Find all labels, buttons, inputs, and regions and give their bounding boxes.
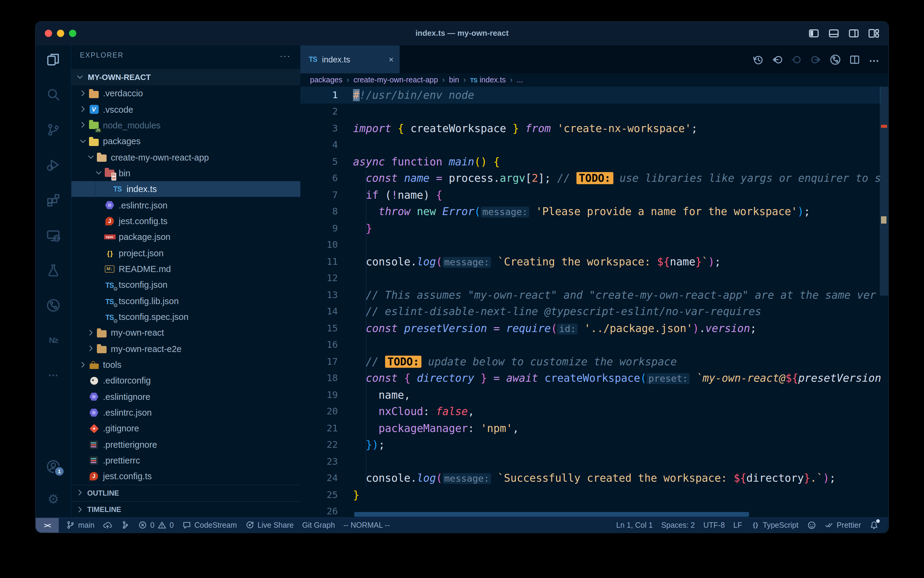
tab-close-icon[interactable]: × (389, 55, 393, 64)
status-cursor-position[interactable]: Ln 1, Col 1 (616, 521, 653, 529)
line-number[interactable]: 2 (300, 106, 338, 117)
open-changes-icon[interactable] (772, 54, 783, 65)
status-language-mode[interactable]: { }TypeScript (751, 521, 798, 530)
code-line[interactable]: 8 throw new Error(message: 'Please provi… (300, 203, 881, 220)
code-line[interactable]: 18 const { directory } = await createWor… (300, 370, 881, 386)
split-editor-icon[interactable] (849, 54, 861, 65)
settings-icon[interactable]: ⚙ (46, 492, 61, 506)
tree-item--editorconfig[interactable]: .editorconfig (71, 373, 300, 389)
gitlens-graph-icon[interactable] (830, 54, 841, 65)
tree-item-jest-config-ts[interactable]: Jjest.config.ts (71, 213, 300, 229)
code-line[interactable]: 17 // TODO: update below to customize th… (300, 353, 881, 370)
customize-layout-icon[interactable] (868, 27, 880, 39)
status-git-graph[interactable]: Git Graph (302, 521, 335, 529)
code-line[interactable]: 6 const name = process.argv[2]; // TODO:… (300, 170, 881, 187)
code-line[interactable]: 21 packageManager: 'npm', (300, 420, 881, 437)
accounts-icon[interactable]: 1 (46, 459, 61, 474)
code-line[interactable]: 19 name, (300, 386, 881, 403)
tree-item--gitignore[interactable]: .gitignore (71, 421, 300, 437)
tree-item--prettierignore[interactable]: .prettierignore (71, 437, 300, 453)
code-line[interactable]: 15 const presetVersion = require(id: '..… (300, 320, 881, 336)
tree-item--eslintrc-json[interactable]: .eslintrc.json (71, 405, 300, 421)
toggle-panel-icon[interactable] (828, 27, 840, 39)
status-eol[interactable]: LF (733, 521, 742, 529)
vertical-scrollbar[interactable] (879, 87, 888, 517)
line-number[interactable]: 26 (300, 506, 338, 517)
tree-item-index-ts[interactable]: TSindex.ts (71, 181, 300, 197)
line-number[interactable]: 15 (300, 323, 338, 334)
nx-console-icon[interactable]: N≥ (46, 333, 61, 348)
status-indentation[interactable]: Spaces: 2 (661, 521, 695, 529)
line-number[interactable]: 5 (300, 156, 338, 167)
code-line[interactable]: 1#!/usr/bin/env node (300, 87, 881, 103)
breadcrumb-item[interactable]: ... (517, 76, 523, 84)
code-line[interactable]: 3import { createWorkspace } from 'create… (300, 120, 881, 136)
line-number[interactable]: 25 (300, 490, 338, 500)
line-number[interactable]: 10 (300, 240, 338, 250)
code-line[interactable]: 22 }); (300, 437, 881, 453)
tree-item-my-own-react[interactable]: my-own-react (71, 325, 300, 341)
status-problems[interactable]: 00 (138, 521, 174, 530)
line-number[interactable]: 14 (300, 306, 338, 317)
breadcrumb-item[interactable]: TSindex.ts (470, 76, 506, 84)
line-number[interactable]: 13 (300, 290, 338, 300)
status-commit-graph[interactable] (120, 521, 129, 530)
status-github[interactable] (807, 521, 816, 530)
sidebar-more-actions[interactable]: ··· (280, 50, 291, 60)
tree-item-package-json[interactable]: npmpackage.json (71, 229, 300, 245)
run-and-debug-icon[interactable] (46, 157, 61, 172)
tree-item-tsconfig-json[interactable]: TS⚙tsconfig.json (71, 277, 300, 293)
code-line[interactable]: 4 (300, 136, 881, 153)
code-line[interactable]: 9 } (300, 220, 881, 237)
code-line[interactable]: 14 // eslint-disable-next-line @typescri… (300, 303, 881, 320)
code-line[interactable]: 16 (300, 336, 881, 353)
status-branch[interactable]: main (66, 521, 94, 530)
breadcrumb-item[interactable]: bin (449, 76, 459, 84)
tree-item-README-md[interactable]: M↓README.md (71, 261, 300, 277)
tree-item-tsconfig-spec-json[interactable]: TS⚙tsconfig.spec.json (71, 309, 300, 325)
tree-item-create-my-own-react-app[interactable]: create-my-own-react-app (71, 149, 300, 166)
tree-item-jest-config-ts[interactable]: Jjest.config.ts (71, 469, 300, 485)
next-change-icon[interactable] (810, 54, 822, 65)
code-line[interactable]: 13 // This assumes "my-own-react" and "c… (300, 287, 881, 303)
tab-index-ts[interactable]: TS index.ts × (300, 45, 400, 73)
line-number[interactable]: 21 (300, 423, 338, 434)
line-number[interactable]: 9 (300, 223, 338, 234)
tree-item-tsconfig-lib-json[interactable]: TS⚙tsconfig.lib.json (71, 293, 300, 309)
tree-item-my-own-react-e2e[interactable]: my-own-react-e2e (71, 341, 300, 357)
line-number[interactable]: 20 (300, 406, 338, 417)
remote-explorer-icon[interactable] (46, 228, 61, 242)
line-number[interactable]: 19 (300, 390, 338, 401)
status-publish-changes[interactable] (103, 521, 112, 530)
search-icon[interactable] (46, 87, 61, 102)
status-remote-indicator[interactable]: >< (36, 518, 59, 533)
testing-icon[interactable] (46, 263, 61, 278)
line-number[interactable]: 7 (300, 190, 338, 201)
tree-root-folder[interactable]: MY-OWN-REACT (71, 69, 300, 85)
code-line[interactable]: 23 (300, 453, 881, 470)
tree-item-node-modules[interactable]: JSnode_modules (71, 117, 300, 133)
code-line[interactable]: 7 if (!name) { (300, 187, 881, 203)
line-number[interactable]: 8 (300, 206, 338, 217)
status-codestream[interactable]: CodeStream (182, 521, 237, 530)
status-notifications[interactable] (869, 521, 879, 530)
code-editor[interactable]: 1#!/usr/bin/env node23import { createWor… (300, 87, 881, 517)
tree-item-project-json[interactable]: { }project.json (71, 245, 300, 261)
line-number[interactable]: 4 (300, 140, 338, 151)
tree-item--verdaccio[interactable]: .verdaccio (71, 85, 300, 101)
code-line[interactable]: 24 console.log(message: `Successfully cr… (300, 470, 881, 487)
code-line[interactable]: 12 (300, 270, 881, 287)
explorer-icon[interactable] (46, 52, 61, 67)
line-number[interactable]: 18 (300, 373, 338, 384)
status-encoding[interactable]: UTF-8 (703, 521, 725, 529)
status-vim-mode[interactable]: -- NORMAL -- (343, 521, 390, 529)
tree-item-bin[interactable]: 0110bin (71, 165, 300, 181)
breadcrumb-item[interactable]: packages (310, 76, 342, 84)
source-control-icon[interactable] (46, 122, 61, 137)
previous-change-icon[interactable] (791, 54, 802, 65)
timeline-history-icon[interactable] (752, 54, 764, 65)
extensions-icon[interactable] (46, 193, 61, 207)
breadcrumb-item[interactable]: create-my-own-react-app (353, 76, 438, 84)
code-line[interactable]: 25} (300, 487, 881, 503)
status-live-share[interactable]: Live Share (245, 521, 294, 530)
